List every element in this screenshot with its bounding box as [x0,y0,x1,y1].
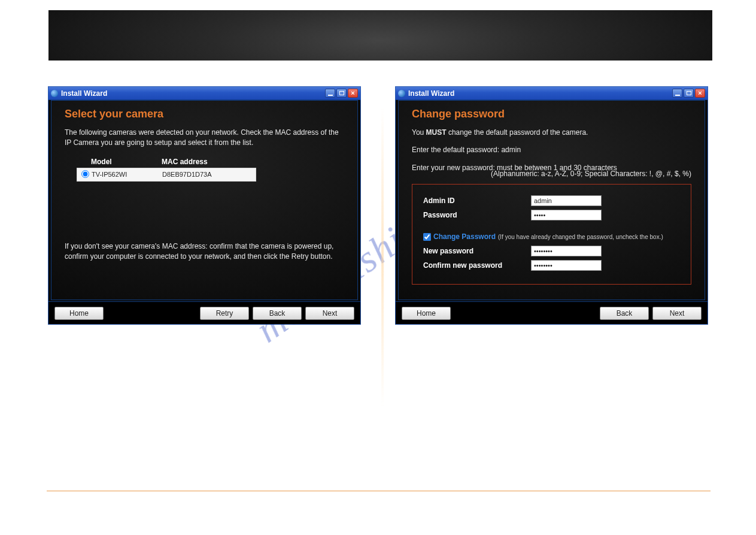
password-label: Password [423,211,531,219]
back-button[interactable]: Back [253,307,302,320]
window-controls: × [325,89,358,98]
page-divider [47,491,711,491]
new-password-input[interactable] [531,246,602,256]
wizard-select-camera: Install Wizard × Select your camera The … [48,86,361,325]
wizard-change-password: Install Wizard × Change password You MUS… [395,86,708,325]
close-button[interactable]: × [695,89,705,98]
password-input[interactable] [531,210,602,220]
password-form: Admin ID Password Change Password (If yo… [412,184,691,285]
minimize-button[interactable] [672,89,682,98]
wizard-body: Select your camera The following cameras… [51,100,358,300]
new-password-label: New password [423,247,531,255]
titlebar[interactable]: Install Wizard × [48,87,360,100]
maximize-icon [687,91,691,95]
close-button[interactable]: × [348,89,358,98]
minimize-button[interactable] [325,89,335,98]
col-model: Model [91,158,162,166]
must-change-text: You MUST change the default password of … [412,128,691,138]
wizard-footer: Home Back Next [396,301,708,324]
confirm-password-input[interactable] [531,260,602,271]
window-title: Install Wizard [61,89,325,98]
table-header: Model MAC address [77,156,256,168]
page-heading: Change password [412,108,691,120]
wizard-body: Change password You MUST change the defa… [398,100,705,300]
window-controls: × [672,89,705,98]
admin-id-label: Admin ID [423,197,531,205]
retry-button[interactable]: Retry [200,307,249,320]
home-button[interactable]: Home [54,307,104,320]
admin-id-input[interactable] [531,195,602,206]
next-button[interactable]: Next [305,307,354,320]
app-icon [51,90,58,97]
back-button[interactable]: Back [600,307,649,320]
page-heading: Select your camera [65,108,344,120]
maximize-button[interactable] [684,89,694,98]
wizard-footer: Home Retry Back Next [48,301,360,324]
camera-table: Model MAC address TV-IP562WI D8EB97D1D73… [77,156,256,182]
change-password-note: (If you have already changed the passwor… [498,234,663,240]
close-icon: × [351,90,354,96]
maximize-button[interactable] [336,89,347,98]
intro-text: The following cameras were detected on y… [65,128,344,149]
table-row[interactable]: TV-IP562WI D8EB97D1D73A [77,168,256,182]
default-password-text: Enter the default password: admin [412,145,691,155]
camera-select-radio[interactable] [81,170,89,178]
change-password-checkbox[interactable] [423,233,431,241]
cell-mac: D8EB97D1D73A [162,171,254,178]
col-mac: MAC address [162,158,255,166]
maximize-icon [339,91,344,95]
next-button[interactable]: Next [652,307,702,320]
minimize-icon [675,95,680,96]
window-title: Install Wizard [408,89,672,98]
minimize-icon [328,95,333,96]
close-icon: × [698,90,702,96]
help-note: If you don't see your camera's MAC addre… [65,241,344,262]
cell-model: TV-IP562WI [92,171,162,178]
confirm-password-label: Confirm new password [423,261,531,270]
titlebar[interactable]: Install Wizard × [396,87,708,100]
app-icon [398,90,405,97]
home-button[interactable]: Home [402,307,451,320]
change-password-label: Change Password [433,232,496,241]
page-header-banner [48,10,712,61]
